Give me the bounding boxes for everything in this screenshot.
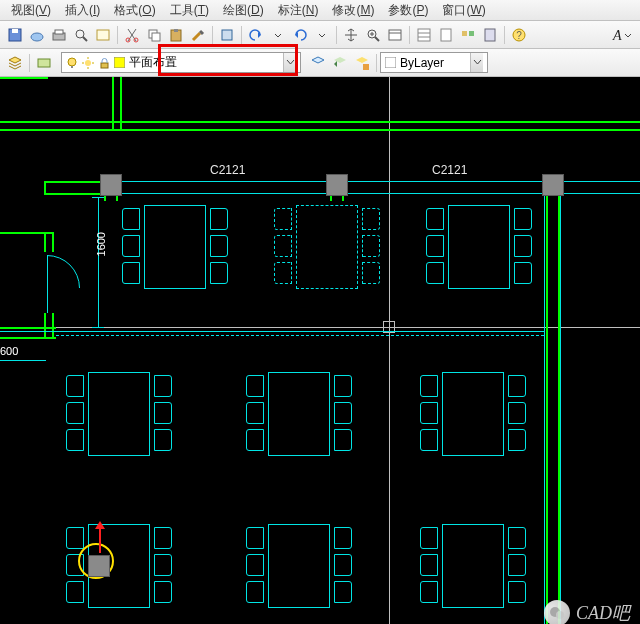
wechat-icon [544,600,570,624]
svg-point-9 [134,38,138,42]
svg-line-16 [375,37,379,41]
svg-rect-33 [71,66,73,68]
desk [442,524,504,608]
copy-icon[interactable] [143,24,165,46]
undo-icon[interactable] [245,24,267,46]
toolbar-sep [409,26,410,44]
dropdown-arrow-icon[interactable] [470,53,483,72]
layers-toolbar: 平面布置 ByLayer [0,49,640,77]
svg-rect-19 [389,30,401,40]
window-icon[interactable] [384,24,406,46]
plot-icon[interactable] [48,24,70,46]
svg-rect-21 [418,29,430,41]
column [542,174,564,196]
dropdown-icon[interactable] [311,24,333,46]
svg-rect-7 [97,30,109,40]
save-icon[interactable] [4,24,26,46]
dim-600: 600 [0,345,18,357]
toolbar-sep [117,26,118,44]
color-swatch-icon [385,57,396,68]
dropdown-icon[interactable] [267,24,289,46]
column [100,174,122,196]
help-icon[interactable]: ? [508,24,530,46]
drawing-canvas[interactable]: C2121 C2121 1600 600 [0,77,640,624]
sheet-icon[interactable] [435,24,457,46]
crosshair-v [389,77,390,624]
toolbar-sep [29,54,30,72]
svg-rect-1 [12,29,18,33]
menu-dim[interactable]: 标注(N) [271,0,326,21]
desk [88,372,150,456]
svg-text:?: ? [516,30,522,41]
bulb-icon [66,57,78,69]
svg-text:A: A [612,28,622,43]
menu-format[interactable]: 格式(O) [107,0,162,21]
color-dropdown[interactable]: ByLayer [380,52,488,73]
layer-states-icon[interactable] [33,52,55,74]
pan-icon[interactable] [340,24,362,46]
menu-modify[interactable]: 修改(M) [325,0,381,21]
toolbar-sep [212,26,213,44]
svg-point-5 [76,30,84,38]
toolbar-sep [504,26,505,44]
layer-iso-icon[interactable] [351,52,373,74]
layer-previous-icon[interactable] [329,52,351,74]
cut-icon[interactable] [121,24,143,46]
desk-dashed [296,205,358,289]
lock-icon [98,57,110,69]
svg-rect-26 [469,31,474,36]
svg-rect-41 [363,64,369,70]
svg-rect-42 [385,57,396,68]
svg-point-34 [85,60,91,66]
publish-icon[interactable] [92,24,114,46]
zoom-icon[interactable] [362,24,384,46]
menu-window[interactable]: 窗口(W) [435,0,492,21]
layer-name: 平面布置 [129,54,177,71]
standard-toolbar: ? A [0,21,640,49]
desk [144,205,206,289]
svg-point-8 [126,38,130,42]
watermark: CAD吧 [544,600,630,624]
sun-icon [82,57,94,69]
desk [268,372,330,456]
red-arrow-icon [94,519,106,553]
svg-rect-39 [101,63,108,68]
block-icon[interactable] [216,24,238,46]
match-icon[interactable] [187,24,209,46]
menu-bar: 视图(V) 插入(I) 格式(O) 工具(T) 绘图(D) 标注(N) 修改(M… [0,0,640,21]
menu-insert[interactable]: 插入(I) [58,0,107,21]
svg-rect-4 [55,30,63,34]
layer-dropdown[interactable]: 平面布置 [61,52,301,73]
window-tag: C2121 [432,163,467,177]
preview-icon[interactable] [70,24,92,46]
svg-point-45 [556,611,564,619]
tool-icon[interactable] [457,24,479,46]
desk [268,524,330,608]
menu-param[interactable]: 参数(P) [381,0,435,21]
color-label: ByLayer [400,56,444,70]
menu-view[interactable]: 视图(V) [4,0,58,21]
props-icon[interactable] [413,24,435,46]
text-style-icon[interactable]: A [608,24,636,46]
desk [442,372,504,456]
layer-manager-icon[interactable] [4,52,26,74]
svg-rect-13 [174,29,178,32]
svg-rect-25 [462,31,467,36]
svg-line-6 [83,37,87,41]
svg-rect-31 [38,59,50,67]
watermark-text: CAD吧 [576,601,630,624]
paste-icon[interactable] [165,24,187,46]
cloud-icon[interactable] [26,24,48,46]
layer-filter-icon[interactable] [307,52,329,74]
column [326,174,348,196]
menu-tools[interactable]: 工具(T) [163,0,216,21]
menu-draw[interactable]: 绘图(D) [216,0,271,21]
redo-icon[interactable] [289,24,311,46]
toolbar-sep [336,26,337,44]
qcalc-icon[interactable] [479,24,501,46]
toolbar-sep [376,54,377,72]
dropdown-arrow-icon[interactable] [283,53,296,72]
svg-rect-14 [222,30,232,40]
toolbar-sep [241,26,242,44]
dim-1600: 1600 [95,232,107,256]
